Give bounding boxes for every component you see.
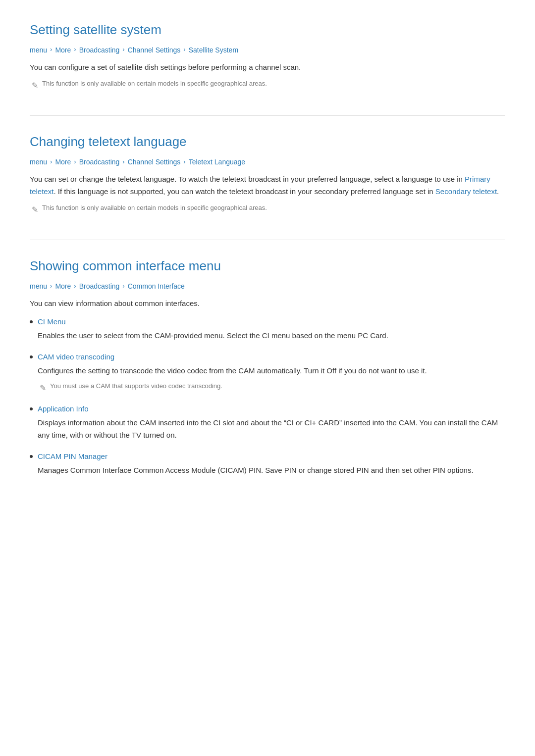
section-title: Changing teletext language [30,132,505,152]
bullet-content: CI MenuEnables the user to select from t… [38,316,505,342]
note: ✎This function is only available on cert… [32,79,505,92]
breadcrumb-item[interactable]: Broadcasting [79,281,120,292]
breadcrumb: menu›More›Broadcasting›Channel Settings›… [30,156,505,167]
section-showing-common-interface: Showing common interface menumenu›More›B… [30,256,505,476]
breadcrumb-separator: › [122,157,124,167]
breadcrumb-item[interactable]: Broadcasting [79,45,120,55]
breadcrumb-item[interactable]: menu [30,156,47,167]
breadcrumb-separator: › [50,281,52,292]
bullet-title[interactable]: Application Info [38,403,505,415]
bullet-title[interactable]: CICAM PIN Manager [38,451,505,462]
breadcrumb-item[interactable]: Teletext Language [189,156,245,167]
breadcrumb-separator: › [74,45,76,55]
page-content: Setting satellite systemmenu›More›Broadc… [30,20,505,476]
pencil-icon: ✎ [32,79,38,92]
breadcrumb-item[interactable]: More [55,45,71,55]
breadcrumb-item[interactable]: Broadcasting [79,156,120,167]
bullet-list: CI MenuEnables the user to select from t… [30,316,505,476]
section-body: You can view information about common in… [30,298,505,310]
list-item: Application InfoDisplays information abo… [30,403,505,442]
bullet-title[interactable]: CAM video transcoding [38,351,505,363]
breadcrumb-item[interactable]: menu [30,45,47,55]
bullet-desc: Configures the setting to transcode the … [38,365,505,377]
section-title: Showing common interface menu [30,256,505,277]
bullet-desc: Enables the user to select from the CAM-… [38,330,505,342]
bullet-dot [30,320,33,323]
breadcrumb-separator: › [122,45,124,55]
bullet-title[interactable]: CI Menu [38,316,505,328]
bullet-desc: Manages Common Interface Common Access M… [38,464,505,477]
note: ✎This function is only available on cert… [32,203,505,216]
breadcrumb-item[interactable]: menu [30,281,47,292]
section-body: You can set or change the teletext langu… [30,173,505,198]
bullet-note: ✎You must use a CAM that supports video … [40,381,505,395]
breadcrumb-item[interactable]: Satellite System [189,45,238,55]
list-item: CAM video transcodingConfigures the sett… [30,351,505,394]
bullet-desc: Displays information about the CAM inser… [38,417,505,442]
breadcrumb: menu›More›Broadcasting›Common Interface [30,281,505,292]
note-text: You must use a CAM that supports video c… [50,381,222,392]
list-item: CICAM PIN ManagerManages Common Interfac… [30,451,505,477]
section-setting-satellite: Setting satellite systemmenu›More›Broadc… [30,20,505,92]
breadcrumb-separator: › [183,45,185,55]
breadcrumb-item[interactable]: Channel Settings [128,45,181,55]
bullet-content: CICAM PIN ManagerManages Common Interfac… [38,451,505,477]
list-item: CI MenuEnables the user to select from t… [30,316,505,342]
bullet-content: CAM video transcodingConfigures the sett… [38,351,505,394]
bullet-content: Application InfoDisplays information abo… [38,403,505,442]
bullet-dot [30,407,33,410]
inline-link[interactable]: Primary teletext [30,175,490,196]
section-divider [30,240,505,240]
section-body: You can configure a set of satellite dis… [30,61,505,74]
breadcrumb-item[interactable]: More [55,281,71,292]
breadcrumb-separator: › [74,281,76,292]
breadcrumb-item[interactable]: Common Interface [128,281,185,292]
breadcrumb-separator: › [183,157,185,167]
section-divider [30,115,505,116]
breadcrumb-separator: › [122,281,124,292]
note-text: This function is only available on certa… [42,203,267,213]
section-title: Setting satellite system [30,20,505,41]
section-changing-teletext: Changing teletext languagemenu›More›Broa… [30,132,505,216]
note-text: This function is only available on certa… [42,79,267,89]
breadcrumb: menu›More›Broadcasting›Channel Settings›… [30,45,505,55]
breadcrumb-item[interactable]: More [55,156,71,167]
breadcrumb-separator: › [50,45,52,55]
inline-link[interactable]: Secondary teletext [435,187,497,196]
pencil-icon: ✎ [32,203,38,216]
bullet-dot [30,355,33,358]
breadcrumb-separator: › [50,157,52,167]
breadcrumb-item[interactable]: Channel Settings [128,156,181,167]
breadcrumb-separator: › [74,157,76,167]
pencil-icon: ✎ [40,382,46,395]
bullet-dot [30,455,33,458]
